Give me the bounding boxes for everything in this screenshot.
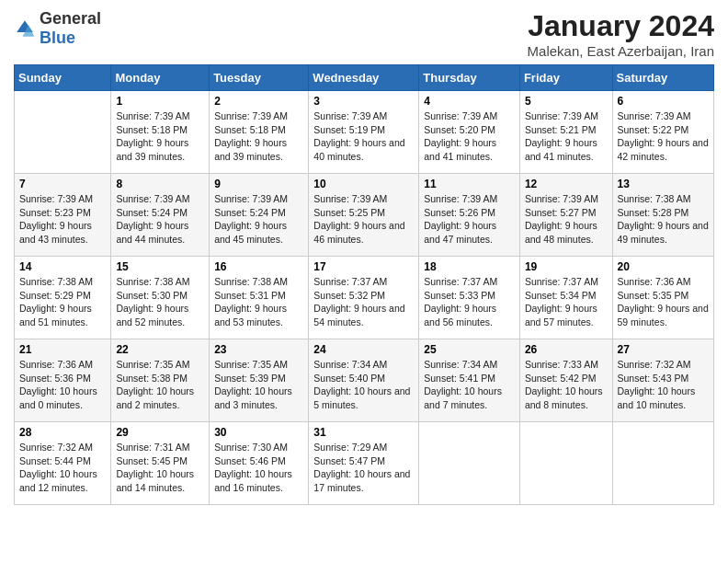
cell-info: Sunrise: 7:39 AMSunset: 5:24 PMDaylight:… xyxy=(214,192,303,247)
day-cell: 16Sunrise: 7:38 AMSunset: 5:31 PMDayligh… xyxy=(210,257,309,339)
day-cell: 23Sunrise: 7:35 AMSunset: 5:39 PMDayligh… xyxy=(210,339,309,422)
week-row-5: 28Sunrise: 7:32 AMSunset: 5:44 PMDayligh… xyxy=(15,422,714,505)
day-cell xyxy=(612,422,713,505)
week-row-4: 21Sunrise: 7:36 AMSunset: 5:36 PMDayligh… xyxy=(15,339,714,422)
cell-info: Sunrise: 7:38 AMSunset: 5:30 PMDaylight:… xyxy=(116,275,204,329)
day-cell: 5Sunrise: 7:39 AMSunset: 5:21 PMDaylight… xyxy=(519,91,612,174)
day-cell: 14Sunrise: 7:38 AMSunset: 5:29 PMDayligh… xyxy=(15,257,111,339)
day-cell: 31Sunrise: 7:29 AMSunset: 5:47 PMDayligh… xyxy=(309,422,419,505)
day-number: 24 xyxy=(313,343,414,356)
calendar-table: SundayMondayTuesdayWednesdayThursdayFrid… xyxy=(14,64,714,505)
title-block: January 2024 Malekan, East Azerbaijan, I… xyxy=(528,9,714,59)
header-cell-monday: Monday xyxy=(111,65,210,91)
day-number: 13 xyxy=(618,178,709,190)
day-number: 9 xyxy=(214,178,303,190)
day-cell: 18Sunrise: 7:37 AMSunset: 5:33 PMDayligh… xyxy=(419,257,520,339)
cell-info: Sunrise: 7:39 AMSunset: 5:27 PMDaylight:… xyxy=(525,192,608,247)
week-row-1: 1Sunrise: 7:39 AMSunset: 5:18 PMDaylight… xyxy=(15,91,714,174)
day-cell: 30Sunrise: 7:30 AMSunset: 5:46 PMDayligh… xyxy=(210,422,309,505)
day-cell xyxy=(519,422,612,505)
week-row-3: 14Sunrise: 7:38 AMSunset: 5:29 PMDayligh… xyxy=(15,257,714,339)
day-number: 12 xyxy=(525,178,608,190)
day-cell: 6Sunrise: 7:39 AMSunset: 5:22 PMDaylight… xyxy=(612,91,713,174)
day-cell: 20Sunrise: 7:36 AMSunset: 5:35 PMDayligh… xyxy=(612,257,713,339)
day-number: 28 xyxy=(19,426,106,439)
day-number: 25 xyxy=(424,343,515,356)
cell-info: Sunrise: 7:32 AMSunset: 5:44 PMDaylight:… xyxy=(19,441,106,495)
day-number: 26 xyxy=(525,343,608,356)
day-cell: 7Sunrise: 7:39 AMSunset: 5:23 PMDaylight… xyxy=(15,174,111,257)
day-cell: 11Sunrise: 7:39 AMSunset: 5:26 PMDayligh… xyxy=(419,174,520,257)
day-cell: 9Sunrise: 7:39 AMSunset: 5:24 PMDaylight… xyxy=(210,174,309,257)
day-cell: 10Sunrise: 7:39 AMSunset: 5:25 PMDayligh… xyxy=(309,174,419,257)
day-cell: 1Sunrise: 7:39 AMSunset: 5:18 PMDaylight… xyxy=(111,91,210,174)
cell-info: Sunrise: 7:39 AMSunset: 5:19 PMDaylight:… xyxy=(313,109,414,164)
header-cell-sunday: Sunday xyxy=(15,65,111,91)
cell-info: Sunrise: 7:39 AMSunset: 5:24 PMDaylight:… xyxy=(116,192,204,247)
day-number: 29 xyxy=(116,426,204,439)
day-number: 21 xyxy=(19,343,106,356)
header-cell-saturday: Saturday xyxy=(612,65,713,91)
day-number: 3 xyxy=(313,95,414,108)
cell-info: Sunrise: 7:35 AMSunset: 5:38 PMDaylight:… xyxy=(116,358,204,412)
day-cell: 17Sunrise: 7:37 AMSunset: 5:32 PMDayligh… xyxy=(309,257,419,339)
header-cell-tuesday: Tuesday xyxy=(210,65,309,91)
cell-info: Sunrise: 7:35 AMSunset: 5:39 PMDaylight:… xyxy=(214,358,303,412)
day-cell: 12Sunrise: 7:39 AMSunset: 5:27 PMDayligh… xyxy=(519,174,612,257)
cell-info: Sunrise: 7:32 AMSunset: 5:43 PMDaylight:… xyxy=(618,358,709,412)
day-cell: 29Sunrise: 7:31 AMSunset: 5:45 PMDayligh… xyxy=(111,422,210,505)
day-number: 19 xyxy=(525,260,608,273)
day-cell: 26Sunrise: 7:33 AMSunset: 5:42 PMDayligh… xyxy=(519,339,612,422)
cell-info: Sunrise: 7:39 AMSunset: 5:20 PMDaylight:… xyxy=(424,109,515,164)
cell-info: Sunrise: 7:34 AMSunset: 5:40 PMDaylight:… xyxy=(313,358,414,412)
day-number: 1 xyxy=(116,95,204,108)
cell-info: Sunrise: 7:39 AMSunset: 5:18 PMDaylight:… xyxy=(116,109,204,164)
logo-text-general: General Blue xyxy=(40,9,101,48)
day-cell: 24Sunrise: 7:34 AMSunset: 5:40 PMDayligh… xyxy=(309,339,419,422)
day-number: 31 xyxy=(313,426,414,439)
cell-info: Sunrise: 7:37 AMSunset: 5:34 PMDaylight:… xyxy=(525,275,608,329)
day-cell xyxy=(15,91,111,174)
cell-info: Sunrise: 7:38 AMSunset: 5:29 PMDaylight:… xyxy=(19,275,106,329)
day-cell xyxy=(419,422,520,505)
cell-info: Sunrise: 7:38 AMSunset: 5:28 PMDaylight:… xyxy=(618,192,709,247)
day-number: 22 xyxy=(116,343,204,356)
header-cell-wednesday: Wednesday xyxy=(309,65,419,91)
header-cell-friday: Friday xyxy=(519,65,612,91)
day-cell: 13Sunrise: 7:38 AMSunset: 5:28 PMDayligh… xyxy=(612,174,713,257)
cell-info: Sunrise: 7:37 AMSunset: 5:33 PMDaylight:… xyxy=(424,275,515,329)
day-number: 27 xyxy=(618,343,709,356)
day-cell: 8Sunrise: 7:39 AMSunset: 5:24 PMDaylight… xyxy=(111,174,210,257)
day-number: 15 xyxy=(116,260,204,273)
cell-info: Sunrise: 7:29 AMSunset: 5:47 PMDaylight:… xyxy=(313,441,414,495)
cell-info: Sunrise: 7:36 AMSunset: 5:36 PMDaylight:… xyxy=(19,358,106,412)
header-cell-thursday: Thursday xyxy=(419,65,520,91)
day-cell: 28Sunrise: 7:32 AMSunset: 5:44 PMDayligh… xyxy=(15,422,111,505)
cell-info: Sunrise: 7:30 AMSunset: 5:46 PMDaylight:… xyxy=(214,441,303,495)
day-number: 8 xyxy=(116,178,204,190)
cell-info: Sunrise: 7:33 AMSunset: 5:42 PMDaylight:… xyxy=(525,358,608,412)
day-cell: 15Sunrise: 7:38 AMSunset: 5:30 PMDayligh… xyxy=(111,257,210,339)
day-number: 6 xyxy=(618,95,709,108)
page-header: General Blue January 2024 Malekan, East … xyxy=(14,9,714,59)
day-number: 18 xyxy=(424,260,515,273)
day-cell: 2Sunrise: 7:39 AMSunset: 5:18 PMDaylight… xyxy=(210,91,309,174)
day-cell: 22Sunrise: 7:35 AMSunset: 5:38 PMDayligh… xyxy=(111,339,210,422)
day-cell: 19Sunrise: 7:37 AMSunset: 5:34 PMDayligh… xyxy=(519,257,612,339)
cell-info: Sunrise: 7:34 AMSunset: 5:41 PMDaylight:… xyxy=(424,358,515,412)
cell-info: Sunrise: 7:39 AMSunset: 5:21 PMDaylight:… xyxy=(525,109,608,164)
cell-info: Sunrise: 7:37 AMSunset: 5:32 PMDaylight:… xyxy=(313,275,414,329)
week-row-2: 7Sunrise: 7:39 AMSunset: 5:23 PMDaylight… xyxy=(15,174,714,257)
cell-info: Sunrise: 7:31 AMSunset: 5:45 PMDaylight:… xyxy=(116,441,204,495)
day-number: 7 xyxy=(19,178,106,190)
day-cell: 3Sunrise: 7:39 AMSunset: 5:19 PMDaylight… xyxy=(309,91,419,174)
day-number: 30 xyxy=(214,426,303,439)
day-number: 16 xyxy=(214,260,303,273)
day-cell: 21Sunrise: 7:36 AMSunset: 5:36 PMDayligh… xyxy=(15,339,111,422)
cell-info: Sunrise: 7:39 AMSunset: 5:22 PMDaylight:… xyxy=(618,109,709,164)
day-number: 23 xyxy=(214,343,303,356)
day-cell: 4Sunrise: 7:39 AMSunset: 5:20 PMDaylight… xyxy=(419,91,520,174)
day-cell: 27Sunrise: 7:32 AMSunset: 5:43 PMDayligh… xyxy=(612,339,713,422)
day-cell: 25Sunrise: 7:34 AMSunset: 5:41 PMDayligh… xyxy=(419,339,520,422)
cell-info: Sunrise: 7:39 AMSunset: 5:25 PMDaylight:… xyxy=(313,192,414,247)
